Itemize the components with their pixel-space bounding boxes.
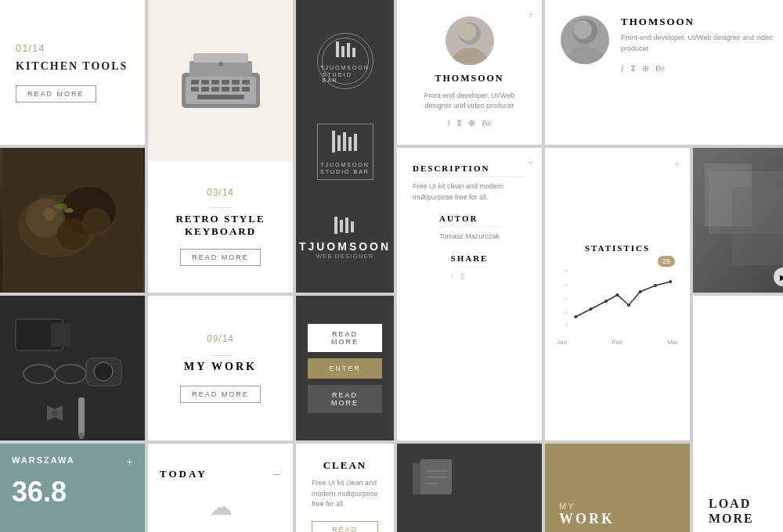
- card-keyboard: 03/14 RETRO STYLE KEYBOARD READ MORE: [148, 0, 293, 293]
- social-be-1[interactable]: Bé: [482, 118, 491, 128]
- svg-rect-26: [354, 134, 357, 151]
- svg-point-62: [654, 284, 657, 287]
- warszawa-header: WARSZAWA +: [12, 455, 133, 469]
- logo-sub-top: STUDIO BAR: [323, 72, 368, 83]
- logo-icon-top: [330, 40, 361, 63]
- svg-point-59: [616, 293, 619, 297]
- clean-title: CLEAN: [323, 459, 367, 472]
- main-grid: 01/14 KITCHEN TOOLS READ MORE: [0, 0, 783, 532]
- clean-text: Free UI kit clean and modern multipurpos…: [312, 478, 378, 510]
- svg-point-36: [573, 20, 592, 39]
- loadmore-line2: MORE: [709, 511, 754, 526]
- profile1-name: THOMSOON: [435, 73, 503, 84]
- accessories-svg: [0, 296, 145, 440]
- svg-point-32: [453, 48, 487, 65]
- svg-rect-14: [232, 87, 240, 92]
- card-profile1: + THOMSOON Front-end developer, UI/Web d…: [397, 0, 542, 145]
- social-fb-2[interactable]: f: [621, 63, 624, 74]
- avatar-svg-1: [446, 16, 494, 65]
- desc-text-description: Free UI kit clean and modern multipurpos…: [413, 182, 526, 203]
- card-logo: TJUOMSOON STUDIO BAR TJUOMSOON STUDIO BA…: [296, 0, 394, 293]
- social-tw-1[interactable]: 𝕿: [456, 118, 462, 128]
- logo-circle-top: TJUOMSOON STUDIO BAR: [317, 33, 373, 89]
- typewriter-icon: [174, 41, 268, 120]
- svg-rect-28: [340, 220, 343, 232]
- social-be-2[interactable]: Bé: [655, 63, 665, 74]
- card-mywork: 09/14 MY WORK READ MORE: [148, 296, 293, 440]
- share-social-icons: f 𝕿: [451, 271, 489, 282]
- clean-read-more[interactable]: READ MORE: [312, 521, 378, 533]
- cloud-icon: ☁: [209, 493, 233, 520]
- svg-rect-20: [347, 43, 350, 57]
- card-dark-photo: ▶: [693, 148, 783, 293]
- svg-point-33: [459, 23, 476, 41]
- mywork-read-more[interactable]: READ MORE: [180, 386, 261, 403]
- mywork2-sub: MY: [559, 501, 576, 511]
- stats-x-labels: Jan Feb Mar: [557, 339, 678, 346]
- card-dark-bottom: [397, 444, 542, 532]
- btn-read-more-1[interactable]: READ MORE: [308, 324, 382, 352]
- stats-label-feb: Feb: [612, 339, 622, 346]
- share-tw[interactable]: 𝕿: [460, 271, 465, 282]
- svg-point-60: [627, 304, 630, 307]
- keyboard-title: RETRO STYLE KEYBOARD: [156, 213, 285, 238]
- svg-point-45: [43, 208, 56, 221]
- btn-enter[interactable]: ENTER: [308, 358, 382, 379]
- kitchen-num: 01/14: [16, 42, 45, 54]
- svg-rect-30: [351, 221, 354, 232]
- svg-rect-78: [78, 397, 85, 437]
- logo-name-top: TJUOMSOON: [320, 65, 370, 70]
- today-minus-icon: −: [272, 466, 281, 483]
- svg-rect-4: [191, 80, 199, 84]
- social-at-2[interactable]: ⊕: [642, 63, 649, 74]
- card-buttons: READ MORE ENTER READ MORE: [296, 296, 394, 440]
- desc-section-share: SHARE f 𝕿: [451, 253, 489, 282]
- desc-label-description: DESCRIPTION: [413, 164, 526, 177]
- svg-rect-69: [0, 296, 145, 440]
- card-warszawa: WARSZAWA + 36.8: [0, 444, 145, 532]
- svg-rect-3: [193, 53, 248, 63]
- stats-label-jan: Jan: [557, 339, 567, 346]
- logo-title-bottom: WEB DESIGNER: [316, 253, 373, 260]
- svg-point-58: [604, 300, 608, 303]
- svg-point-76: [94, 362, 113, 381]
- social-tw-2[interactable]: 𝕿: [630, 63, 636, 74]
- logo-icon-mid: [326, 129, 365, 160]
- svg-rect-71: [51, 323, 70, 347]
- warszawa-temp-container: 36.8: [12, 476, 67, 509]
- svg-rect-11: [201, 87, 209, 92]
- kitchen-title: KITCHEN TOOLS: [16, 60, 128, 73]
- svg-rect-10: [191, 87, 199, 92]
- food-svg: [2, 148, 143, 293]
- card-clean: CLEAN Free UI kit clean and modern multi…: [296, 444, 394, 532]
- mywork-title: MY WORK: [184, 361, 257, 373]
- social-at-1[interactable]: ⊕: [468, 118, 475, 128]
- svg-rect-18: [336, 41, 339, 57]
- svg-point-42: [82, 208, 110, 236]
- kitchen-read-more[interactable]: READ MORE: [16, 85, 96, 102]
- profile1-social: f 𝕿 ⊕ Bé: [448, 118, 492, 128]
- stats-badge: 29: [658, 256, 675, 267]
- svg-text:40: 40: [563, 267, 568, 272]
- keyboard-read-more[interactable]: READ MORE: [180, 249, 261, 266]
- card-profile2: THOMSOON Front-end developer, UI/Web des…: [545, 0, 783, 145]
- mywork-num: 09/14: [207, 333, 234, 344]
- desc-text-autor: Tomasz Mazurczak: [439, 232, 500, 243]
- desc-section-description: DESCRIPTION Free UI kit clean and modern…: [413, 164, 526, 203]
- plus-icon-desc: +: [527, 156, 534, 170]
- share-fb[interactable]: f: [451, 271, 454, 282]
- logo-bottom: TJUOMSOON WEB DESIGNER: [299, 215, 391, 260]
- svg-point-35: [566, 47, 604, 64]
- loadmore-text-1: LOAD: [709, 497, 751, 510]
- logo-name-mid: TJUOMSOON: [320, 162, 370, 167]
- svg-point-44: [64, 208, 74, 213]
- svg-point-77: [52, 410, 58, 416]
- btn-read-more-2[interactable]: READ MORE: [308, 385, 382, 413]
- card-accessories: [0, 296, 145, 440]
- svg-rect-24: [343, 132, 346, 151]
- social-fb-1[interactable]: f: [448, 118, 451, 128]
- svg-text:10: 10: [563, 309, 568, 315]
- profile2-social: f 𝕿 ⊕ Bé: [621, 63, 783, 74]
- svg-text:20: 20: [563, 295, 568, 300]
- svg-point-43: [55, 203, 67, 210]
